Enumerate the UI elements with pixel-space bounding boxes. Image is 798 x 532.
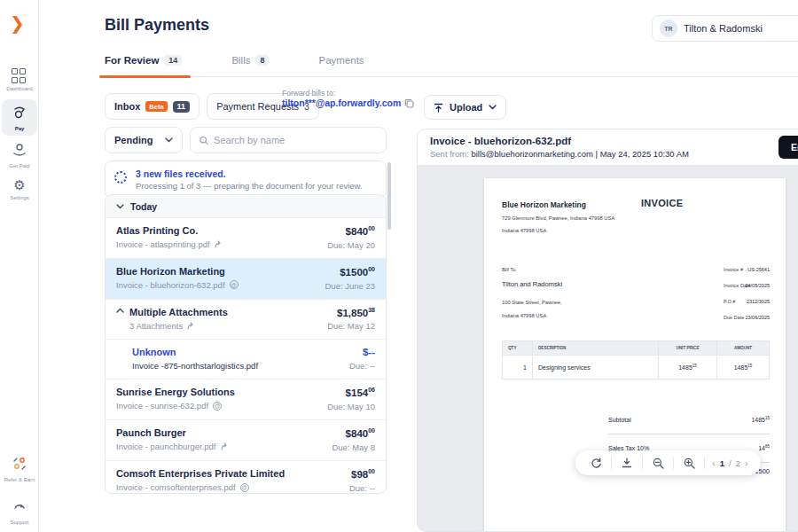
spinner-icon xyxy=(114,171,127,184)
prev-page-chevron-icon[interactable]: ‹ xyxy=(712,458,716,468)
search-box[interactable] xyxy=(190,127,387,153)
sidebar-item-get-paid[interactable]: Get Paid xyxy=(2,142,37,168)
tab-count-badge: 14 xyxy=(164,55,182,66)
inbox-button[interactable]: Inbox Beta 11 xyxy=(105,93,200,120)
bill-row-multiple-attachments[interactable]: Multiple Attachments 3 Attachments $1,85… xyxy=(106,300,386,340)
refer-earn-icon xyxy=(12,456,27,472)
sidebar-item-dashboard[interactable]: Dashboard xyxy=(2,62,37,91)
account-switcher[interactable]: TR Tilton & Radomski xyxy=(652,15,798,42)
bill-amount-cents: 00 xyxy=(368,225,375,231)
zoom-out-icon[interactable] xyxy=(643,450,673,475)
settings-gear-icon: ⚙ xyxy=(12,177,27,193)
bill-due-date: Due: May 10 xyxy=(327,402,375,411)
upload-button[interactable]: Upload xyxy=(424,95,506,120)
email-source-icon: @ xyxy=(230,280,239,289)
pdf-viewer: Blue Horizon Marketing 729 Glenmore Blvd… xyxy=(418,165,798,531)
sidebar-item-label: Get Paid xyxy=(2,163,37,168)
invoice-line-items-table: QTY DESCRIPTION UNIT PRICE AMOUNT 1 Desi… xyxy=(502,340,770,379)
bill-amount-cents: 00 xyxy=(368,468,375,474)
notification-subtitle: Processing 1 of 3 — preparing the docume… xyxy=(136,181,363,191)
tab-label: For Review xyxy=(105,55,159,66)
sidebar-item-label: Support xyxy=(2,520,37,525)
get-paid-icon xyxy=(12,142,27,158)
avatar: TR xyxy=(660,20,677,37)
bill-amount: $840 xyxy=(346,428,369,439)
group-label: Today xyxy=(130,201,157,212)
bill-amount-cents: 38 xyxy=(368,307,375,313)
sidebar-item-label: Settings xyxy=(2,195,37,200)
sent-from-value: bills@bluehorizonmarketing.com | May 24,… xyxy=(471,149,689,159)
bill-amount: $1500 xyxy=(340,267,368,278)
bill-to-label: Bill To xyxy=(502,267,515,272)
zoom-in-icon[interactable] xyxy=(674,450,704,475)
bill-file-name: Invoice - sunrise-632.pdf xyxy=(116,401,208,411)
search-input[interactable] xyxy=(214,135,377,145)
bill-due-date: Due: May 20 xyxy=(327,240,375,250)
bill-row-comsoft[interactable]: Comsoft Enterprises Private Limited Invo… xyxy=(106,461,386,494)
sidebar-item-pay[interactable]: Pay xyxy=(2,99,37,136)
bill-row-sunrise-energy[interactable]: Sunrise Energy Solutions Invoice - sunri… xyxy=(106,379,386,420)
tab-for-review[interactable]: For Review 14 xyxy=(105,53,182,76)
bill-amount-cents: 00 xyxy=(368,266,375,272)
group-header-today[interactable]: Today xyxy=(106,195,386,218)
bill-row-atlas-printing[interactable]: Atlas Printing Co. Invoice - atlasprinti… xyxy=(106,218,386,259)
sidebar-item-label: Dashboard xyxy=(2,86,37,91)
chevron-up-icon[interactable] xyxy=(116,308,124,313)
support-headset-icon xyxy=(12,498,27,514)
bills-list: Today Atlas Printing Co. Invoice - atlas… xyxy=(105,194,387,494)
tab-bills[interactable]: Bills 8 xyxy=(231,53,269,76)
bill-row-blue-horizon[interactable]: Blue Horizon Marketing Invoice - bluehor… xyxy=(106,259,386,300)
bill-to-address: Indiana 47998 USA xyxy=(502,313,546,318)
invoice-vendor-name: Blue Horizon Marketing xyxy=(502,200,586,209)
page-title: Bill Payments xyxy=(105,16,209,35)
invoice-vendor-address: 729 Glenmore Blvd, Pawnee, Indiana 47998… xyxy=(502,215,614,221)
bill-file-name: Invoice - bluehorizon-632.pdf xyxy=(116,280,225,290)
bill-vendor: Multiple Attachments xyxy=(129,307,228,317)
chevron-down-icon xyxy=(116,204,124,209)
sidebar-item-refer-earn[interactable]: Refer & Earn xyxy=(2,456,37,482)
invoice-vendor-address: Indiana 47998 USA xyxy=(502,228,546,233)
app-logo-icon[interactable]: ❯ xyxy=(10,14,25,32)
document-preview-panel: Invoice - bluehorizon-632.pdf Sent from:… xyxy=(417,129,798,532)
bill-row-paunch-burger[interactable]: Paunch Burger Invoice - paunchburger.pdf… xyxy=(106,420,386,461)
enter-details-button[interactable]: Ent xyxy=(778,136,798,159)
beta-badge: Beta xyxy=(145,101,167,112)
invoice-meta-values: US-25641 24/05/2025 2312/3025 23/06/2025 xyxy=(745,267,770,331)
current-page: 1 xyxy=(720,458,724,468)
bill-amount: $-- xyxy=(349,347,375,357)
page-separator: / xyxy=(729,458,732,468)
invoice-line-item: 1 Designing services 148515 148515 xyxy=(503,356,770,379)
copy-icon[interactable] xyxy=(404,98,414,108)
invoice-doc-title: INVOICE xyxy=(641,198,683,208)
preview-file-name: Invoice - bluehorizon-632.pdf xyxy=(430,136,795,146)
download-icon[interactable] xyxy=(612,450,642,475)
bill-to-address: 100 State Street, Pawnee, xyxy=(502,300,562,305)
forward-email-link[interactable]: tilton***@ap.forwardly.com xyxy=(282,98,414,108)
tab-payments[interactable]: Payments xyxy=(318,53,364,76)
total-pages: 2 xyxy=(736,458,740,468)
tab-count-badge: 8 xyxy=(255,55,269,66)
bill-due-date: Due: -- xyxy=(349,361,375,371)
tab-bar: For Review 14 Bills 8 Payments xyxy=(105,53,798,77)
bill-file-name: 3 Attachments xyxy=(129,321,183,331)
sidebar-item-support[interactable]: Support xyxy=(2,498,37,525)
forward-bills-block: Forward bills to: tilton***@ap.forwardly… xyxy=(282,89,414,108)
account-name: Tilton & Radomski xyxy=(684,23,763,34)
tab-label: Bills xyxy=(231,55,250,66)
rotate-icon[interactable] xyxy=(581,450,611,475)
list-scrollbar[interactable] xyxy=(387,162,391,230)
sent-from-label: Sent from: xyxy=(430,149,469,159)
forwarded-icon xyxy=(215,240,223,248)
pay-icon xyxy=(12,105,27,121)
pdf-page: Blue Horizon Marketing 729 Glenmore Blvd… xyxy=(484,178,786,532)
forward-email-text: tilton***@ap.forwardly.com xyxy=(282,98,401,108)
pdf-toolbar: ‹ 1 / 2 › xyxy=(575,450,761,475)
list-filter-row: Pending xyxy=(105,127,387,153)
status-filter-select[interactable]: Pending xyxy=(105,127,183,153)
bill-amount-cents: 06 xyxy=(368,387,375,393)
bill-row-unknown[interactable]: Unknown Invoice -875-northstarlogistics.… xyxy=(106,340,386,379)
forward-bills-label: Forward bills to: xyxy=(282,89,414,98)
next-page-chevron-icon[interactable]: › xyxy=(745,458,748,468)
sidebar-item-settings[interactable]: ⚙ Settings xyxy=(2,177,37,200)
bill-vendor: Comsoft Enterprises Private Limited xyxy=(116,468,285,479)
